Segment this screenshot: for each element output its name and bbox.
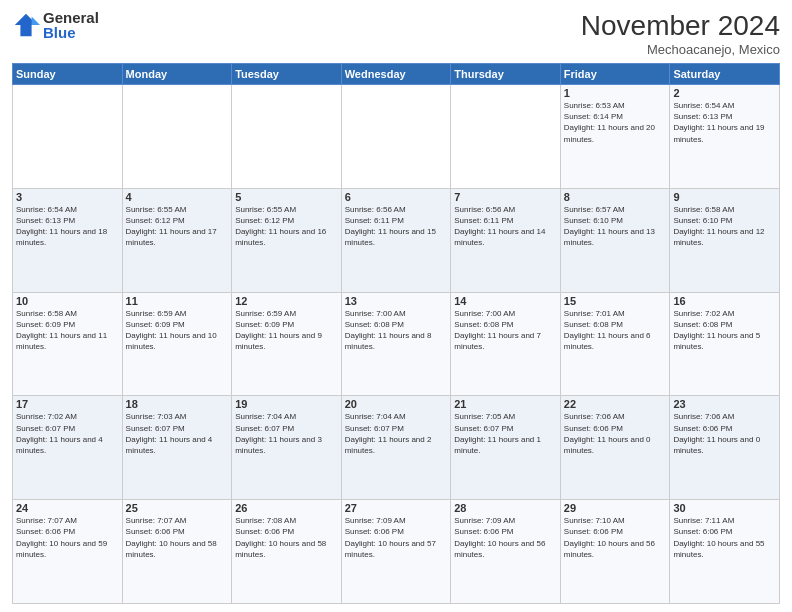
- day-info: Sunrise: 7:02 AM Sunset: 6:08 PM Dayligh…: [673, 308, 776, 353]
- day-number: 18: [126, 398, 229, 410]
- weekday-header-saturday: Saturday: [670, 64, 780, 85]
- day-info: Sunrise: 7:07 AM Sunset: 6:06 PM Dayligh…: [126, 515, 229, 560]
- calendar-week-1: 1Sunrise: 6:53 AM Sunset: 6:14 PM Daylig…: [13, 85, 780, 189]
- day-info: Sunrise: 7:10 AM Sunset: 6:06 PM Dayligh…: [564, 515, 667, 560]
- day-number: 10: [16, 295, 119, 307]
- calendar-cell: 8Sunrise: 6:57 AM Sunset: 6:10 PM Daylig…: [560, 188, 670, 292]
- day-info: Sunrise: 6:57 AM Sunset: 6:10 PM Dayligh…: [564, 204, 667, 249]
- day-info: Sunrise: 7:01 AM Sunset: 6:08 PM Dayligh…: [564, 308, 667, 353]
- day-info: Sunrise: 6:59 AM Sunset: 6:09 PM Dayligh…: [235, 308, 338, 353]
- calendar-cell: 18Sunrise: 7:03 AM Sunset: 6:07 PM Dayli…: [122, 396, 232, 500]
- day-info: Sunrise: 6:55 AM Sunset: 6:12 PM Dayligh…: [126, 204, 229, 249]
- day-info: Sunrise: 6:58 AM Sunset: 6:10 PM Dayligh…: [673, 204, 776, 249]
- day-number: 17: [16, 398, 119, 410]
- day-number: 6: [345, 191, 448, 203]
- calendar-cell: 22Sunrise: 7:06 AM Sunset: 6:06 PM Dayli…: [560, 396, 670, 500]
- day-info: Sunrise: 6:58 AM Sunset: 6:09 PM Dayligh…: [16, 308, 119, 353]
- logo-blue-text: Blue: [43, 25, 99, 40]
- calendar-cell: 27Sunrise: 7:09 AM Sunset: 6:06 PM Dayli…: [341, 500, 451, 604]
- day-number: 7: [454, 191, 557, 203]
- header: General Blue November 2024 Mechoacanejo,…: [12, 10, 780, 57]
- month-year: November 2024: [581, 10, 780, 42]
- calendar-week-5: 24Sunrise: 7:07 AM Sunset: 6:06 PM Dayli…: [13, 500, 780, 604]
- day-number: 2: [673, 87, 776, 99]
- calendar-cell: [13, 85, 123, 189]
- day-number: 22: [564, 398, 667, 410]
- calendar-week-3: 10Sunrise: 6:58 AM Sunset: 6:09 PM Dayli…: [13, 292, 780, 396]
- day-info: Sunrise: 7:02 AM Sunset: 6:07 PM Dayligh…: [16, 411, 119, 456]
- calendar-body: 1Sunrise: 6:53 AM Sunset: 6:14 PM Daylig…: [13, 85, 780, 604]
- calendar-cell: [451, 85, 561, 189]
- day-number: 23: [673, 398, 776, 410]
- day-number: 29: [564, 502, 667, 514]
- day-number: 28: [454, 502, 557, 514]
- calendar-cell: 6Sunrise: 6:56 AM Sunset: 6:11 PM Daylig…: [341, 188, 451, 292]
- calendar-table: SundayMondayTuesdayWednesdayThursdayFrid…: [12, 63, 780, 604]
- calendar-cell: 11Sunrise: 6:59 AM Sunset: 6:09 PM Dayli…: [122, 292, 232, 396]
- day-number: 30: [673, 502, 776, 514]
- calendar-cell: 29Sunrise: 7:10 AM Sunset: 6:06 PM Dayli…: [560, 500, 670, 604]
- calendar-cell: 30Sunrise: 7:11 AM Sunset: 6:06 PM Dayli…: [670, 500, 780, 604]
- day-info: Sunrise: 7:00 AM Sunset: 6:08 PM Dayligh…: [345, 308, 448, 353]
- day-number: 9: [673, 191, 776, 203]
- day-number: 4: [126, 191, 229, 203]
- day-info: Sunrise: 6:54 AM Sunset: 6:13 PM Dayligh…: [16, 204, 119, 249]
- weekday-header-row: SundayMondayTuesdayWednesdayThursdayFrid…: [13, 64, 780, 85]
- day-info: Sunrise: 7:04 AM Sunset: 6:07 PM Dayligh…: [235, 411, 338, 456]
- day-info: Sunrise: 7:03 AM Sunset: 6:07 PM Dayligh…: [126, 411, 229, 456]
- day-info: Sunrise: 7:05 AM Sunset: 6:07 PM Dayligh…: [454, 411, 557, 456]
- day-number: 16: [673, 295, 776, 307]
- calendar-cell: 9Sunrise: 6:58 AM Sunset: 6:10 PM Daylig…: [670, 188, 780, 292]
- weekday-header-thursday: Thursday: [451, 64, 561, 85]
- location: Mechoacanejo, Mexico: [581, 42, 780, 57]
- calendar-cell: 23Sunrise: 7:06 AM Sunset: 6:06 PM Dayli…: [670, 396, 780, 500]
- calendar-cell: [232, 85, 342, 189]
- calendar-cell: 5Sunrise: 6:55 AM Sunset: 6:12 PM Daylig…: [232, 188, 342, 292]
- day-info: Sunrise: 7:08 AM Sunset: 6:06 PM Dayligh…: [235, 515, 338, 560]
- day-info: Sunrise: 6:56 AM Sunset: 6:11 PM Dayligh…: [454, 204, 557, 249]
- calendar-cell: 4Sunrise: 6:55 AM Sunset: 6:12 PM Daylig…: [122, 188, 232, 292]
- calendar-cell: 20Sunrise: 7:04 AM Sunset: 6:07 PM Dayli…: [341, 396, 451, 500]
- day-info: Sunrise: 6:59 AM Sunset: 6:09 PM Dayligh…: [126, 308, 229, 353]
- day-number: 14: [454, 295, 557, 307]
- day-info: Sunrise: 7:09 AM Sunset: 6:06 PM Dayligh…: [454, 515, 557, 560]
- calendar-cell: 7Sunrise: 6:56 AM Sunset: 6:11 PM Daylig…: [451, 188, 561, 292]
- calendar-cell: 13Sunrise: 7:00 AM Sunset: 6:08 PM Dayli…: [341, 292, 451, 396]
- day-info: Sunrise: 7:07 AM Sunset: 6:06 PM Dayligh…: [16, 515, 119, 560]
- weekday-header-friday: Friday: [560, 64, 670, 85]
- day-number: 5: [235, 191, 338, 203]
- day-info: Sunrise: 6:54 AM Sunset: 6:13 PM Dayligh…: [673, 100, 776, 145]
- page: General Blue November 2024 Mechoacanejo,…: [0, 0, 792, 612]
- title-block: November 2024 Mechoacanejo, Mexico: [581, 10, 780, 57]
- calendar-cell: 17Sunrise: 7:02 AM Sunset: 6:07 PM Dayli…: [13, 396, 123, 500]
- calendar-week-4: 17Sunrise: 7:02 AM Sunset: 6:07 PM Dayli…: [13, 396, 780, 500]
- calendar-cell: 14Sunrise: 7:00 AM Sunset: 6:08 PM Dayli…: [451, 292, 561, 396]
- day-number: 8: [564, 191, 667, 203]
- day-number: 19: [235, 398, 338, 410]
- day-number: 27: [345, 502, 448, 514]
- day-info: Sunrise: 7:06 AM Sunset: 6:06 PM Dayligh…: [564, 411, 667, 456]
- calendar-cell: 26Sunrise: 7:08 AM Sunset: 6:06 PM Dayli…: [232, 500, 342, 604]
- weekday-header-tuesday: Tuesday: [232, 64, 342, 85]
- calendar-cell: 12Sunrise: 6:59 AM Sunset: 6:09 PM Dayli…: [232, 292, 342, 396]
- day-number: 24: [16, 502, 119, 514]
- day-number: 13: [345, 295, 448, 307]
- calendar-cell: [122, 85, 232, 189]
- day-info: Sunrise: 6:55 AM Sunset: 6:12 PM Dayligh…: [235, 204, 338, 249]
- day-info: Sunrise: 7:04 AM Sunset: 6:07 PM Dayligh…: [345, 411, 448, 456]
- svg-marker-1: [32, 17, 40, 25]
- weekday-header-monday: Monday: [122, 64, 232, 85]
- day-number: 12: [235, 295, 338, 307]
- day-info: Sunrise: 7:09 AM Sunset: 6:06 PM Dayligh…: [345, 515, 448, 560]
- calendar-cell: [341, 85, 451, 189]
- calendar-cell: 15Sunrise: 7:01 AM Sunset: 6:08 PM Dayli…: [560, 292, 670, 396]
- day-number: 21: [454, 398, 557, 410]
- calendar-cell: 2Sunrise: 6:54 AM Sunset: 6:13 PM Daylig…: [670, 85, 780, 189]
- day-number: 25: [126, 502, 229, 514]
- calendar-cell: 1Sunrise: 6:53 AM Sunset: 6:14 PM Daylig…: [560, 85, 670, 189]
- weekday-header-sunday: Sunday: [13, 64, 123, 85]
- day-number: 15: [564, 295, 667, 307]
- logo-icon: [12, 11, 40, 39]
- day-number: 11: [126, 295, 229, 307]
- logo-text: General Blue: [43, 10, 99, 40]
